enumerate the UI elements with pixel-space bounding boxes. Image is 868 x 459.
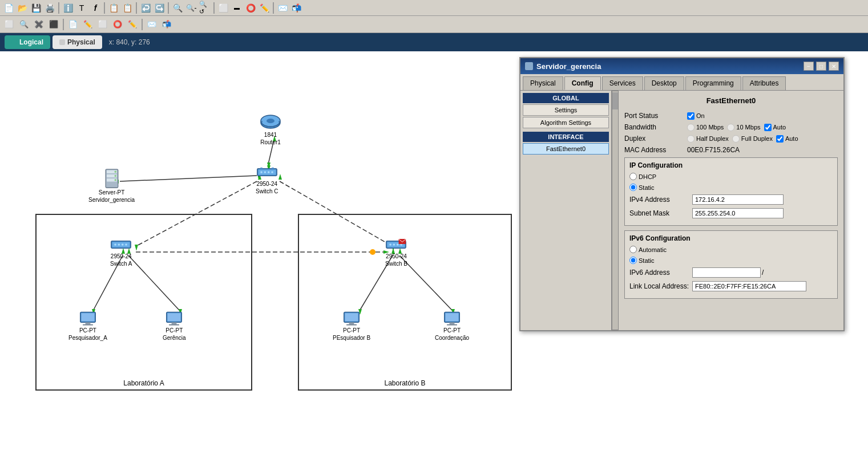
save-icon[interactable]: 💾 [30, 2, 42, 14]
bandwidth-row: Bandwidth 100 Mbps 10 Mbps Auto [624, 123, 838, 131]
device-switchA[interactable]: 2950-24Switch A [110, 237, 132, 267]
lab-a-box: Laboratório A [35, 214, 252, 391]
settings-item[interactable]: Settings [523, 104, 609, 116]
envelope2-icon[interactable]: 📬 [160, 18, 173, 31]
line-icon[interactable]: ✏️ [126, 18, 139, 31]
device-pc-pesquisadorB[interactable]: PC-PTPEsquisador B [333, 311, 370, 342]
tab-programming[interactable]: Programming [685, 76, 741, 90]
bandwidth-100-radio[interactable] [687, 124, 695, 131]
dhcp-radio[interactable] [629, 173, 637, 180]
rect3-icon[interactable]: ⬜ [96, 18, 110, 31]
device-pc-pesquisadorA[interactable]: PC-PTPesquisador_A [68, 311, 107, 342]
device-server[interactable]: Server-PTServidor_gerencia [88, 168, 135, 204]
bandwidth-10-radio[interactable] [727, 124, 734, 131]
device-pc-coordenacao[interactable]: PC-PTCoordenação [435, 311, 469, 342]
algorithm-settings-item[interactable]: Algorithm Settings [523, 117, 609, 128]
logical-button[interactable]: Logical [5, 35, 50, 49]
tab-physical[interactable]: Physical [523, 76, 563, 90]
full-duplex-radio[interactable] [732, 135, 740, 143]
sep2 [104, 2, 105, 14]
mailbox-icon[interactable]: 📬 [290, 2, 302, 14]
rect-icon[interactable]: ⬜ [217, 2, 229, 14]
mac-address-label: MAC Address [624, 146, 687, 154]
email-icon[interactable]: ✉️ [276, 2, 289, 14]
svg-point-38 [271, 171, 273, 173]
subnet-input[interactable] [692, 208, 784, 218]
ipv6-auto-radio[interactable] [629, 246, 637, 253]
undo-icon[interactable]: ↩️ [139, 2, 152, 14]
copy-icon[interactable]: 📋 [107, 2, 120, 14]
navbar: Logical Physical x: 840, y: 276 [0, 33, 868, 51]
minimize-button[interactable]: − [804, 62, 814, 71]
bandwidth-auto-option[interactable]: Auto [764, 124, 786, 131]
note-icon[interactable]: 📄 [66, 18, 80, 31]
svg-rect-66 [83, 324, 93, 326]
maximize-button[interactable]: □ [816, 62, 826, 71]
bandwidth-auto-check[interactable] [764, 124, 772, 131]
circle-icon[interactable]: ⭕ [244, 2, 257, 14]
new-icon[interactable]: 📄 [2, 2, 15, 14]
zoom-in-icon[interactable]: 🔍 [171, 2, 184, 14]
close2-icon[interactable]: ✖️ [32, 18, 46, 31]
static-option[interactable]: Static [629, 184, 655, 191]
device-router1[interactable]: 1841Router1 [260, 114, 281, 146]
ipv4-input[interactable] [692, 194, 784, 205]
redo-icon[interactable]: ↪️ [153, 2, 165, 14]
zoom-reset-icon[interactable]: 🔍↺ [199, 2, 211, 14]
tab-config[interactable]: Config [564, 76, 601, 90]
search2-icon[interactable]: 🔍 [17, 18, 31, 31]
full-duplex-label: Full Duplex [741, 135, 773, 142]
print-icon[interactable]: 🖨️ [43, 2, 56, 14]
pcA-icon [79, 311, 97, 327]
device-switchB[interactable]: 2950-24Switch B [385, 237, 407, 267]
sidebar-scrollbar[interactable] [612, 91, 619, 330]
bandwidth-100-option[interactable]: 100 Mbps [687, 124, 724, 131]
ip-config-title: IP Configuration [629, 161, 833, 169]
text-icon[interactable]: T [75, 2, 88, 14]
pencil-icon[interactable]: ✏️ [258, 2, 271, 14]
ip-static-row: Static [629, 184, 833, 191]
move-icon[interactable]: ⬛ [47, 18, 60, 31]
bandwidth-label: Bandwidth [624, 123, 687, 131]
duplex-auto-option[interactable]: Auto [776, 135, 798, 143]
info-icon[interactable]: ℹ️ [62, 2, 74, 14]
fastethernet-item[interactable]: FastEthernet0 [523, 143, 609, 155]
device-switchC[interactable]: 2950-24Switch C [256, 164, 278, 195]
tab-attributes[interactable]: Attributes [742, 76, 786, 90]
port-status-check[interactable] [687, 112, 695, 120]
physical-button[interactable]: Physical [53, 35, 102, 49]
dhcp-option[interactable]: DHCP [629, 173, 656, 180]
ipv6-input[interactable] [692, 267, 761, 278]
half-duplex-label: Half Duplex [696, 135, 729, 142]
half-duplex-radio[interactable] [687, 135, 695, 143]
device-pc-gerencia[interactable]: PC-PTGerência [163, 311, 186, 342]
interface-section[interactable]: INTERFACE [523, 132, 609, 142]
tab-services[interactable]: Services [602, 76, 643, 90]
oval-icon[interactable]: ⭕ [111, 18, 124, 31]
envelope-icon[interactable]: ✉️ [145, 18, 159, 31]
select-icon[interactable]: ⬜ [2, 18, 16, 31]
open-icon[interactable]: 📂 [16, 2, 29, 14]
draw-icon[interactable]: ✏️ [81, 18, 95, 31]
ipv6-static-option[interactable]: Static [629, 257, 655, 264]
ipv6-auto-option[interactable]: Automatic [629, 246, 667, 253]
device-panel: Servidor_gerencia − □ ✕ Physical Config … [519, 57, 845, 331]
pcB-icon [342, 311, 361, 327]
full-duplex-option[interactable]: Full Duplex [732, 135, 773, 143]
static-radio[interactable] [629, 184, 637, 191]
half-duplex-option[interactable]: Half Duplex [687, 135, 729, 143]
sep4 [168, 2, 169, 14]
tab-desktop[interactable]: Desktop [644, 76, 684, 90]
font-icon[interactable]: f [89, 2, 102, 14]
zoom-out-icon[interactable]: 🔍- [185, 2, 197, 14]
global-section[interactable]: GLOBAL [523, 93, 609, 103]
rect2-icon[interactable]: ▬ [231, 2, 243, 14]
close-button[interactable]: ✕ [829, 62, 839, 71]
ipv6-static-radio[interactable] [629, 257, 637, 264]
port-status-checkbox[interactable]: On [687, 112, 705, 120]
paste-icon[interactable]: 📋 [121, 2, 134, 14]
svg-point-56 [390, 243, 392, 246]
duplex-auto-check[interactable] [776, 135, 784, 143]
bandwidth-10-option[interactable]: 10 Mbps [727, 124, 760, 131]
link-local-input[interactable] [692, 281, 806, 291]
